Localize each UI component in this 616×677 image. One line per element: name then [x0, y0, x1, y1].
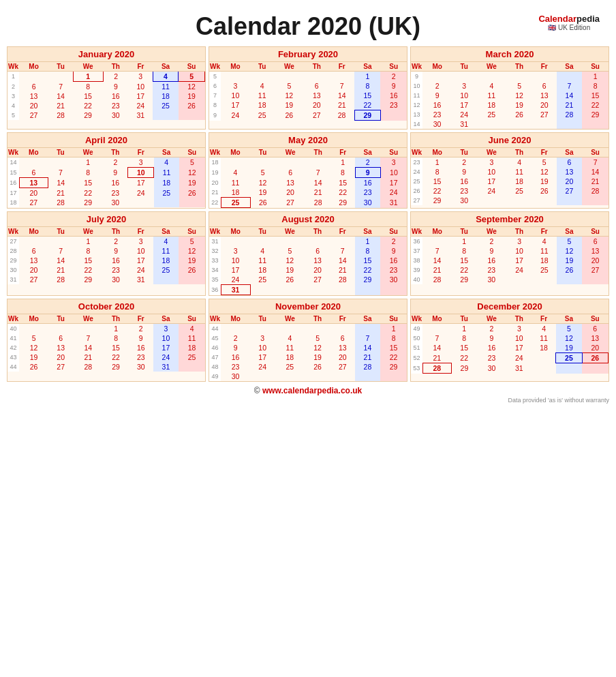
cal-row: 1412345	[7, 157, 205, 168]
cell: 13	[305, 256, 330, 265]
cell: 9	[476, 246, 506, 256]
cell: 25	[154, 188, 179, 198]
cell	[48, 157, 74, 168]
cell: 24	[506, 353, 532, 363]
cal-table-1: WkMoTuWeThFrSaSu512634567897101112131415…	[209, 62, 407, 121]
cell: 12	[19, 343, 48, 352]
cal-row: 102345678	[411, 81, 609, 91]
col-hdr: Su	[179, 314, 205, 324]
cell: 36	[209, 285, 221, 295]
cal-row: 5078910111213	[411, 333, 609, 343]
cell: 31	[128, 110, 153, 120]
cal-table-4: WkMoTuWeThFrSaSu181231945678910201112131…	[209, 148, 407, 208]
col-hdr: Su	[380, 314, 407, 324]
cell: 17	[506, 343, 532, 353]
cell: 19	[19, 352, 48, 362]
cell: 14	[330, 256, 355, 265]
cell: 10	[380, 168, 407, 178]
cell: 3	[380, 157, 407, 168]
cell	[422, 237, 452, 247]
cal-row: 4319202122232425	[7, 352, 205, 362]
cell: 27	[305, 275, 330, 285]
cell: 21	[582, 177, 609, 186]
cal-table-11: WkMoTuWeThFrSaSu491234565078910111213511…	[411, 314, 609, 374]
month-block-4: May 2020WkMoTuWeThFrSaSu1812319456789102…	[209, 132, 407, 209]
cal-row: 2913141516171819	[7, 256, 205, 265]
month-title-3: April 2020	[7, 133, 205, 148]
cell: 19	[274, 100, 304, 110]
cell: 24	[411, 167, 422, 177]
cell: 4	[250, 81, 275, 91]
cell: 25	[476, 110, 506, 119]
cal-row: 52212223242526	[411, 353, 609, 363]
cell: 29	[452, 363, 477, 374]
footer-url[interactable]: www.calendarpedia.co.uk	[262, 386, 362, 395]
cell: 1	[380, 324, 407, 334]
footer: © www.calendarpedia.co.uk	[7, 386, 609, 395]
cell: 19	[305, 352, 330, 362]
cell: 2	[221, 333, 250, 343]
cell: 19	[532, 177, 557, 186]
cell: 29	[73, 110, 103, 120]
col-hdr: Tu	[48, 62, 73, 72]
cal-row: 49123456	[411, 324, 609, 334]
month-title-4: May 2020	[209, 133, 407, 148]
cell: 23	[380, 100, 407, 110]
col-hdr: Sa	[153, 314, 179, 324]
cell: 15	[103, 343, 128, 352]
cal-row: 3112	[209, 237, 407, 247]
col-hdr: Wk	[209, 227, 221, 237]
cell	[582, 119, 609, 129]
cell	[275, 237, 305, 247]
cell: 28	[582, 186, 609, 196]
cell	[250, 285, 275, 295]
cal-table-2: WkMoTuWeThFrSaSu911023456781191011121314…	[411, 62, 609, 129]
cell: 20	[582, 343, 608, 353]
cell: 15	[7, 168, 19, 178]
cal-row: 710111213141516	[209, 91, 407, 100]
cell: 8	[209, 100, 221, 110]
cell: 24	[153, 352, 179, 362]
month-block-3: April 2020WkMoTuWeThFrSaSu14123451567891…	[7, 132, 206, 209]
cell: 16	[103, 178, 128, 188]
month-block-5: June 2020WkMoTuWeThFrSaSu231234567248910…	[410, 132, 609, 209]
cell: 36	[411, 237, 422, 247]
cell: 14	[355, 343, 380, 352]
cell: 5	[305, 333, 330, 343]
cell	[250, 237, 275, 247]
cell: 7	[355, 333, 380, 343]
cell: 2	[103, 237, 128, 247]
cal-table-6: WkMoTuWeThFrSaSu271234528678910111229131…	[7, 227, 205, 284]
cell: 8	[73, 168, 103, 178]
cell: 14	[48, 91, 73, 101]
cell: 31	[129, 275, 153, 284]
cell: 4	[476, 81, 506, 91]
col-hdr: Th	[305, 314, 330, 324]
month-block-10: November 2020WkMoTuWeThFrSaSu44145234567…	[209, 299, 407, 382]
col-hdr: Sa	[354, 62, 380, 72]
cell: 27	[557, 186, 582, 196]
col-hdr: Tu	[250, 314, 275, 324]
cell: 18	[179, 343, 205, 352]
month-title-6: July 2020	[7, 212, 205, 227]
cell: 6	[209, 81, 221, 91]
cell: 1	[73, 72, 103, 82]
cal-row: 312728293031	[7, 275, 205, 284]
cell	[532, 353, 556, 363]
cell: 12	[274, 91, 304, 100]
cell: 24	[250, 362, 275, 372]
cell: 22	[452, 265, 476, 275]
cell: 29	[355, 275, 380, 285]
cell: 14	[422, 256, 452, 265]
col-hdr: Mo	[221, 227, 250, 237]
cell: 6	[275, 168, 305, 178]
col-hdr: Mo	[19, 62, 48, 72]
cal-table-9: WkMoTuWeThFrSaSu401234415678910114212131…	[7, 314, 205, 372]
month-title-0: January 2020	[7, 47, 205, 62]
cell: 22	[73, 188, 103, 198]
cell	[305, 372, 330, 381]
cell: 22	[422, 186, 452, 196]
cell: 10	[128, 168, 154, 178]
cell: 30	[422, 119, 452, 129]
cal-row: 3524252627282930	[209, 275, 407, 285]
